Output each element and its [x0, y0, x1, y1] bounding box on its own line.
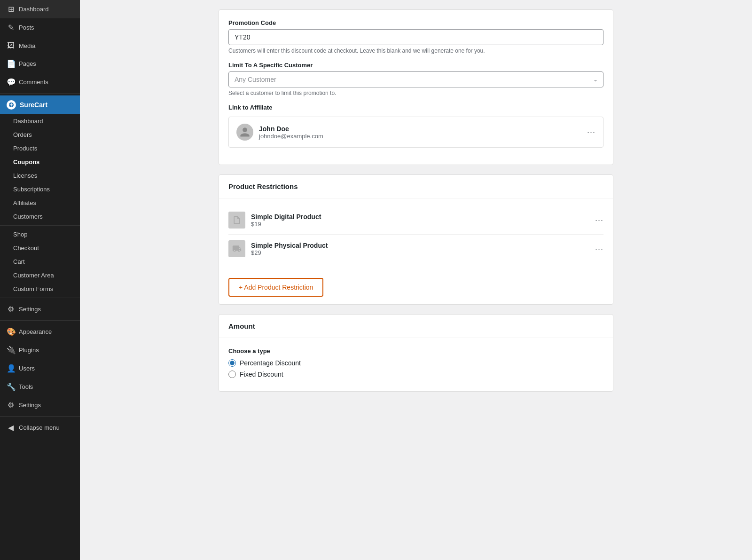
surecart-icon: [7, 100, 16, 110]
customer-select-wrapper: Any Customer ⌄: [228, 71, 603, 87]
sidebar-item-dashboard[interactable]: ⊞ Dashboard: [0, 0, 80, 18]
affiliate-info: John Doe johndoe@example.com: [259, 125, 581, 140]
amount-content: Choose a type Percentage Discount Fixed …: [219, 338, 613, 391]
sidebar-item-custom-forms[interactable]: Custom Forms: [0, 282, 80, 296]
promotion-section: Promotion Code Customers will enter this…: [219, 9, 613, 165]
sidebar-item-pages[interactable]: 📄 Pages: [0, 55, 80, 73]
users-icon: 👤: [7, 364, 15, 373]
sidebar-item-users[interactable]: 👤 Users: [0, 359, 80, 378]
sidebar-item-label: Posts: [19, 24, 34, 31]
sidebar-item-media[interactable]: 🖼 Media: [0, 37, 80, 55]
affiliate-email: johndoe@example.com: [259, 133, 581, 140]
sidebar-item-label: Appearance: [19, 328, 52, 335]
discount-type-group: Percentage Discount Fixed Discount: [228, 359, 603, 378]
product-list: Simple Digital Product $19 ··· Simple Ph…: [219, 198, 613, 270]
plugins-icon: 🔌: [7, 346, 15, 355]
dashboard-icon: ⊞: [7, 5, 15, 14]
main-content: Promotion Code Customers will enter this…: [80, 0, 752, 560]
percentage-label: Percentage Discount: [240, 359, 301, 367]
product-info: Simple Physical Product $29: [251, 242, 589, 256]
surecart-submenu: Dashboard Orders Products Coupons Licens…: [0, 114, 80, 223]
sidebar-item-sc-dashboard[interactable]: Dashboard: [0, 114, 80, 128]
percentage-radio[interactable]: [228, 359, 236, 367]
posts-icon: ✎: [7, 23, 15, 32]
affiliate-group: Link to Affiliate John Doe johndoe@examp…: [228, 104, 603, 148]
sidebar-item-posts[interactable]: ✎ Posts: [0, 18, 80, 37]
shop-section: Shop Checkout Cart Customer Area Custom …: [0, 228, 80, 296]
sidebar-item-label: Pages: [19, 60, 36, 67]
wp-settings-icon: ⚙: [7, 401, 15, 410]
fixed-discount-option[interactable]: Fixed Discount: [228, 371, 603, 378]
product-info: Simple Digital Product $19: [251, 213, 589, 228]
avatar: [236, 124, 253, 141]
product-restrictions-title: Product Restrictions: [228, 182, 603, 190]
fixed-label: Fixed Discount: [240, 371, 283, 378]
sidebar-item-sc-coupons[interactable]: Coupons: [0, 155, 80, 169]
sidebar-item-wp-settings[interactable]: ⚙ Settings: [0, 396, 80, 414]
settings-icon: ⚙: [7, 305, 15, 314]
sidebar-item-customer-area[interactable]: Customer Area: [0, 268, 80, 282]
sidebar-item-label: Dashboard: [19, 6, 49, 13]
surecart-header[interactable]: SureCart: [0, 95, 80, 114]
tools-icon: 🔧: [7, 382, 15, 391]
sidebar-item-label: Settings: [19, 306, 41, 313]
product-name: Simple Physical Product: [251, 242, 589, 249]
fixed-radio[interactable]: [228, 371, 236, 378]
sidebar-item-label: Tools: [19, 383, 33, 390]
affiliate-card: John Doe johndoe@example.com ···: [228, 117, 603, 148]
product-item: Simple Digital Product $19 ···: [228, 206, 603, 235]
promo-code-hint: Customers will enter this discount code …: [228, 47, 603, 54]
product-item: Simple Physical Product $29 ···: [228, 235, 603, 263]
appearance-icon: 🎨: [7, 327, 15, 336]
add-product-restriction-button[interactable]: + Add Product Restriction: [228, 278, 323, 297]
promo-code-group: Promotion Code Customers will enter this…: [228, 19, 603, 54]
sidebar-item-plugins[interactable]: 🔌 Plugins: [0, 341, 80, 359]
amount-title: Amount: [228, 322, 603, 330]
affiliate-label: Link to Affiliate: [228, 104, 603, 111]
surecart-arrow: [79, 101, 80, 109]
sidebar-item-tools[interactable]: 🔧 Tools: [0, 378, 80, 396]
product-restrictions-header: Product Restrictions: [219, 175, 613, 198]
collapse-icon: ◀: [7, 423, 15, 432]
sidebar-item-sc-licenses[interactable]: Licenses: [0, 169, 80, 182]
sidebar-item-sc-subscriptions[interactable]: Subscriptions: [0, 182, 80, 196]
affiliate-name: John Doe: [259, 125, 581, 133]
content-area: Promotion Code Customers will enter this…: [204, 0, 627, 410]
product-menu-button[interactable]: ···: [595, 244, 603, 254]
promo-fields: Promotion Code Customers will enter this…: [219, 10, 613, 165]
sidebar-item-cart[interactable]: Cart: [0, 255, 80, 268]
sidebar-item-label: Media: [19, 42, 35, 49]
product-thumbnail: [228, 240, 245, 257]
sidebar-item-sc-products[interactable]: Products: [0, 142, 80, 155]
customer-select[interactable]: Any Customer: [228, 71, 603, 87]
sidebar-item-shop[interactable]: Shop: [0, 228, 80, 241]
product-price: $19: [251, 221, 589, 228]
customer-limit-hint: Select a customer to limit this promotio…: [228, 90, 603, 96]
sidebar-item-sc-orders[interactable]: Orders: [0, 128, 80, 142]
affiliate-menu-button[interactable]: ···: [587, 127, 595, 137]
collapse-label: Collapse menu: [19, 424, 60, 431]
sidebar-item-sc-affiliates[interactable]: Affiliates: [0, 196, 80, 210]
product-restrictions-section: Product Restrictions Simple Digital Prod…: [219, 174, 613, 305]
amount-section: Amount Choose a type Percentage Discount…: [219, 314, 613, 392]
sidebar-item-settings[interactable]: ⚙ Settings: [0, 300, 80, 318]
media-icon: 🖼: [7, 41, 15, 50]
sidebar-item-label: Users: [19, 365, 35, 372]
choose-type-label: Choose a type: [228, 347, 603, 355]
product-thumbnail: [228, 212, 245, 229]
product-menu-button[interactable]: ···: [595, 215, 603, 225]
sidebar-item-checkout[interactable]: Checkout: [0, 241, 80, 255]
amount-header: Amount: [219, 315, 613, 338]
promo-code-label: Promotion Code: [228, 19, 603, 26]
surecart-label: SureCart: [20, 101, 47, 109]
customer-limit-label: Limit To A Specific Customer: [228, 62, 603, 69]
sidebar-item-label: Settings: [19, 402, 41, 409]
sidebar-item-comments[interactable]: 💬 Comments: [0, 73, 80, 91]
sidebar-collapse-menu[interactable]: ◀ Collapse menu: [0, 418, 80, 437]
pages-icon: 📄: [7, 59, 15, 68]
sidebar-item-appearance[interactable]: 🎨 Appearance: [0, 323, 80, 341]
product-name: Simple Digital Product: [251, 213, 589, 221]
sidebar-item-sc-customers[interactable]: Customers: [0, 210, 80, 223]
promo-code-input[interactable]: [228, 29, 603, 45]
percentage-discount-option[interactable]: Percentage Discount: [228, 359, 603, 367]
